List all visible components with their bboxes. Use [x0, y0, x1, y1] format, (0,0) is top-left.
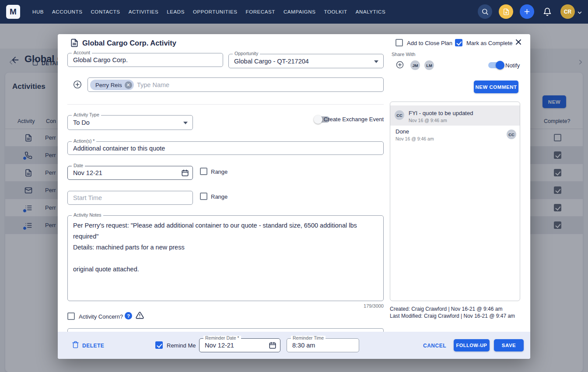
cancel-button[interactable]: CANCEL: [423, 343, 446, 349]
user-avatar[interactable]: CR: [560, 4, 575, 19]
activity-doc-icon: [70, 39, 79, 47]
nav-item-analytics[interactable]: ANALYTICS: [356, 9, 385, 14]
chevron-down-icon[interactable]: [183, 122, 188, 124]
calendar-icon[interactable]: [269, 341, 276, 349]
search-icon[interactable]: [478, 4, 492, 19]
assignee-input[interactable]: Perry Reis ✕ Type Name: [88, 77, 384, 92]
opportunity-value: Global Cargo - QT-217204: [234, 54, 373, 68]
calendar-icon[interactable]: [181, 169, 189, 177]
comment-time: Nov 16 @ 9:46 am: [396, 136, 434, 141]
close-icon[interactable]: [514, 38, 523, 46]
start-time-field[interactable]: Start Time: [67, 191, 193, 205]
share-with-label: Share With: [392, 52, 415, 57]
modified-meta: Last Modified: Craig Crawford | Nov 16-2…: [390, 313, 515, 319]
warning-triangle-icon: [136, 311, 144, 319]
activity-concern-label: Activity Concern?: [79, 313, 123, 320]
comments-panel: CC FYI - quote to be updated Nov 16 @ 9:…: [390, 102, 520, 301]
date-range-checkbox[interactable]: [200, 168, 207, 175]
comment-avatar: CC: [507, 130, 516, 139]
start-time-placeholder: Start Time: [73, 191, 182, 204]
assignee-placeholder: Type Name: [137, 78, 373, 91]
reminder-date-value: Nov 12-21: [205, 339, 270, 352]
comment-time: Nov 16 @ 9:46 am: [409, 118, 447, 123]
nav-item-campaigns[interactable]: CAMPAIGNS: [284, 9, 316, 14]
created-meta: Created: Craig Crawford | Nov 16-21 @ 9:…: [390, 306, 502, 312]
activity-notes-value: Per Perry's request: "Please add additio…: [73, 220, 378, 297]
account-field[interactable]: Account Global Cargo Corp.: [67, 53, 223, 67]
create-exchange-event-label: Create Exchange Event: [324, 116, 384, 123]
char-count: 179/3000: [331, 303, 384, 309]
add-to-close-plan-checkbox[interactable]: [396, 39, 403, 46]
trash-icon[interactable]: [72, 341, 79, 348]
actions-field[interactable]: Action(s) * Additional container to this…: [67, 141, 384, 155]
divider: [67, 104, 384, 105]
activity-type-value: To Do: [73, 116, 182, 130]
assignee-chip[interactable]: Perry Reis ✕: [90, 80, 134, 90]
nav-item-hub[interactable]: HUB: [32, 9, 44, 14]
comment-text: Done: [396, 128, 409, 135]
chevron-down-icon[interactable]: [374, 60, 378, 63]
add-assignee-icon[interactable]: [73, 80, 82, 89]
assignee-chip-label: Perry Reis: [95, 82, 122, 88]
add-icon[interactable]: [520, 4, 534, 19]
account-value: Global Cargo Corp.: [73, 53, 212, 67]
help-icon[interactable]: ?: [125, 312, 132, 319]
activity-notes-label: Activity Notes: [72, 213, 103, 218]
activity-notes-textarea[interactable]: Activity Notes Per Perry's request: "Ple…: [67, 215, 384, 301]
date-value: Nov 12-21: [73, 166, 182, 179]
nav-item-leads[interactable]: LEADS: [167, 9, 185, 14]
share-avatar-jm: JM: [410, 60, 420, 70]
remind-me-checkbox[interactable]: [155, 341, 163, 349]
remind-me-label: Remind Me: [167, 342, 196, 349]
nav-item-accounts[interactable]: ACCOUNTS: [52, 9, 82, 14]
add-to-close-plan-label: Add to Close Plan: [407, 40, 452, 46]
nav-item-opportunities[interactable]: OPPORTUNITIES: [193, 9, 238, 14]
opportunity-select[interactable]: Opportunity Global Cargo - QT-217204: [228, 54, 384, 68]
modal-title: Global Cargo Corp. Activity: [82, 39, 176, 47]
nav-item-activities[interactable]: ACTIVITIES: [129, 9, 159, 14]
comment-text: FYI - quote to be updated: [409, 110, 473, 116]
top-nav: M HUB ACCOUNTS CONTACTS ACTIVITIES LEADS…: [0, 0, 588, 24]
follow-up-button[interactable]: FOLLOW-UP: [454, 339, 490, 351]
share-avatar-lm: LM: [424, 60, 434, 70]
time-range-label: Range: [211, 193, 228, 200]
avatar-chevron-down-icon[interactable]: [577, 10, 583, 16]
chip-remove-icon[interactable]: ✕: [125, 81, 132, 89]
date-range-label: Range: [211, 168, 228, 175]
mark-as-complete-checkbox[interactable]: [455, 39, 462, 46]
app-logo[interactable]: M: [6, 5, 20, 19]
delete-button[interactable]: DELETE: [82, 343, 104, 349]
activity-type-select[interactable]: Activity Type To Do: [67, 115, 193, 130]
nav-item-forecast[interactable]: FORECAST: [246, 9, 275, 14]
time-range-checkbox[interactable]: [200, 193, 207, 200]
notify-label: Notify: [505, 62, 520, 69]
nav-item-toolkit[interactable]: TOOLKIT: [324, 9, 347, 14]
notify-toggle[interactable]: [488, 62, 503, 68]
activity-modal: Global Cargo Corp. Activity Add to Close…: [58, 34, 530, 359]
mark-as-complete-label: Mark as Complete: [466, 40, 512, 46]
reminder-time-field[interactable]: Reminder Time 8:30 am: [287, 338, 359, 352]
reminder-time-value: 8:30 am: [292, 339, 348, 352]
quick-note-icon[interactable]: [499, 4, 513, 19]
nav-menu: HUB ACCOUNTS CONTACTS ACTIVITIES LEADS O…: [32, 0, 385, 24]
comment-avatar: CC: [395, 110, 404, 120]
save-button[interactable]: SAVE: [494, 339, 524, 351]
comment-item[interactable]: CC FYI - quote to be updated Nov 16 @ 9:…: [390, 105, 520, 126]
add-share-icon[interactable]: [396, 60, 404, 69]
nav-item-contacts[interactable]: CONTACTS: [91, 9, 120, 14]
activity-concern-checkbox[interactable]: [67, 312, 75, 320]
new-comment-button[interactable]: NEW COMMENT: [474, 81, 518, 93]
actions-value: Additional container to this quote: [73, 142, 373, 154]
date-field[interactable]: Date Nov 12-21: [67, 166, 193, 180]
notifications-bell-icon[interactable]: [543, 7, 552, 16]
reminder-date-field[interactable]: Reminder Date * Nov 12-21: [199, 338, 280, 352]
modal-footer: DELETE Remind Me Reminder Date * Nov 12-…: [58, 332, 530, 359]
